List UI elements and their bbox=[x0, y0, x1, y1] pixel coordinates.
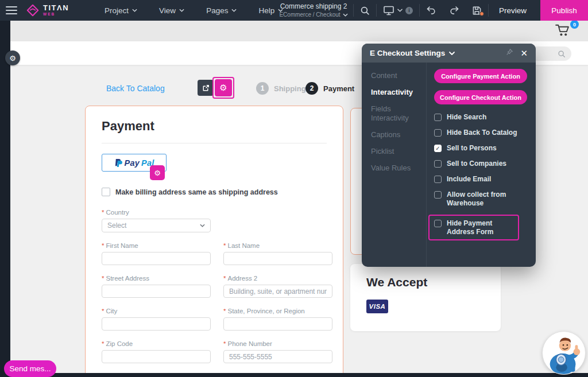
checkbox-hide-back-to-catalog[interactable]: Hide Back To Catalog bbox=[434, 129, 536, 137]
checkbox-hide-payment-address-form[interactable]: Hide Payment Address Form bbox=[434, 219, 513, 236]
cart-icon bbox=[555, 22, 570, 37]
menu-label: Project bbox=[105, 6, 129, 15]
menu-label: View bbox=[159, 6, 176, 15]
checkbox-sell-to-companies[interactable]: Sell to Companies bbox=[434, 160, 536, 168]
tab-picklist[interactable]: Picklist bbox=[371, 147, 421, 156]
last-name-input[interactable] bbox=[223, 252, 332, 265]
tab-fields-interactivity[interactable]: Fields Interactivity bbox=[371, 104, 421, 123]
we-accept-title: We Accept bbox=[366, 275, 485, 289]
titan-diamond-icon bbox=[26, 4, 39, 17]
open-element-button[interactable] bbox=[198, 80, 214, 96]
chevron-down-icon bbox=[200, 224, 205, 227]
chevron-down-icon bbox=[132, 9, 137, 12]
panel-body: Content Interactivity Fields Interactivi… bbox=[362, 63, 536, 267]
paypal-icon bbox=[114, 158, 123, 168]
checkbox-label: Hide Back To Catalog bbox=[447, 129, 518, 137]
checkbox-label: Include Email bbox=[447, 175, 518, 184]
device-preview-selector[interactable]: i bbox=[377, 0, 419, 21]
settings-button-highlight: ⚙ bbox=[212, 77, 234, 99]
close-icon[interactable]: ✕ bbox=[520, 49, 528, 57]
chat-launcher-button[interactable]: Send mes... bbox=[4, 360, 56, 377]
tab-content[interactable]: Content bbox=[371, 71, 421, 80]
mascot-illustration bbox=[543, 332, 585, 374]
field-label: Country bbox=[106, 209, 129, 216]
gear-icon: ⚙ bbox=[154, 169, 161, 177]
checkbox-sell-to-persons[interactable]: ✓ Sell to Persons bbox=[434, 144, 536, 153]
mascot-avatar[interactable] bbox=[542, 331, 586, 375]
pin-panel-button[interactable] bbox=[505, 48, 513, 59]
undo-icon bbox=[426, 6, 436, 15]
element-settings-button[interactable]: ⚙ bbox=[215, 79, 232, 96]
field-label: Phone Number bbox=[227, 340, 272, 347]
checkbox-label: Allow collect from Warehouse bbox=[447, 191, 518, 208]
step-payment[interactable]: 2 Payment bbox=[305, 82, 354, 95]
tab-interactivity[interactable]: Interactivity bbox=[371, 88, 421, 97]
checkbox-allow-collect-warehouse[interactable]: Allow collect from Warehouse bbox=[434, 191, 536, 208]
search-icon[interactable] bbox=[354, 0, 376, 21]
page-settings-button[interactable]: ⚙ bbox=[5, 50, 20, 65]
phone-number-input[interactable] bbox=[223, 350, 332, 363]
state-region-input[interactable] bbox=[223, 317, 332, 331]
checkbox-label: Make billing address same as shipping ad… bbox=[115, 188, 278, 196]
editor-canvas: 0 Back To Catalog ⚙ 1 Shipping 2 Payment… bbox=[10, 21, 588, 373]
billing-same-checkbox-row[interactable]: Make billing address same as shipping ad… bbox=[102, 188, 327, 196]
configure-checkout-action-button[interactable]: Configure Checkout Action bbox=[434, 90, 527, 104]
checkbox-icon[interactable] bbox=[434, 114, 442, 121]
redo-button[interactable] bbox=[443, 0, 466, 21]
panel-header[interactable]: E Checkout Settings ✕ bbox=[362, 44, 536, 63]
street-address-input[interactable] bbox=[102, 285, 211, 298]
logo-subtitle: WEB bbox=[43, 13, 69, 17]
paypal-settings-button[interactable]: ⚙ bbox=[150, 165, 165, 180]
page-top-band bbox=[10, 21, 588, 41]
checkbox-icon[interactable] bbox=[434, 160, 442, 168]
checkbox-include-email[interactable]: Include Email bbox=[434, 175, 536, 184]
checkbox-icon[interactable] bbox=[434, 191, 442, 199]
checkbox-icon[interactable] bbox=[102, 188, 110, 196]
logo-title: TITΛN bbox=[43, 4, 69, 11]
chevron-down-icon bbox=[397, 9, 403, 12]
menu-project[interactable]: Project bbox=[105, 6, 137, 15]
pin-icon bbox=[505, 48, 513, 56]
cart-button[interactable]: 0 bbox=[555, 22, 578, 40]
field-label: City bbox=[106, 308, 117, 314]
checkbox-label: Sell to Persons bbox=[447, 144, 518, 153]
zip-code-input[interactable] bbox=[102, 350, 211, 363]
first-name-input[interactable] bbox=[102, 252, 211, 265]
checkbox-icon[interactable] bbox=[434, 220, 442, 227]
undo-button[interactable] bbox=[420, 0, 443, 21]
country-select[interactable]: Select bbox=[102, 219, 211, 232]
menu-view[interactable]: View bbox=[159, 6, 184, 15]
configure-payment-action-button[interactable]: Configure Payment Action bbox=[434, 69, 527, 83]
panel-pane: Configure Payment Action Configure Check… bbox=[427, 63, 536, 267]
checkout-settings-panel: E Checkout Settings ✕ Content Interactiv… bbox=[362, 44, 536, 267]
checkbox-checked-icon[interactable]: ✓ bbox=[434, 145, 442, 152]
back-to-catalog-link[interactable]: Back To Catalog bbox=[106, 84, 165, 93]
monitor-icon bbox=[383, 5, 394, 15]
field-country: *Country Select bbox=[102, 209, 211, 232]
chevron-down-icon bbox=[179, 9, 184, 12]
field-zip-code: *Zip Code bbox=[102, 340, 211, 363]
step-number: 2 bbox=[305, 82, 318, 95]
checkbox-icon[interactable] bbox=[434, 129, 442, 137]
paypal-wordmark: Pay bbox=[125, 158, 140, 168]
required-asterisk: * bbox=[102, 308, 104, 314]
titan-logo[interactable]: TITΛN WEB bbox=[26, 4, 69, 17]
gear-icon: ⚙ bbox=[9, 54, 16, 63]
address-2-input[interactable] bbox=[223, 285, 332, 298]
publish-button[interactable]: Publish bbox=[540, 0, 588, 21]
chevron-down-icon bbox=[231, 9, 237, 12]
cart-count-badge: 0 bbox=[570, 21, 579, 29]
menu-pages[interactable]: Pages bbox=[206, 6, 237, 15]
we-accept-card: We Accept VISA bbox=[350, 264, 501, 331]
step-shipping[interactable]: 1 Shipping bbox=[256, 82, 306, 95]
checkbox-icon[interactable] bbox=[434, 176, 442, 183]
info-badge: i bbox=[405, 7, 413, 14]
tab-value-rules[interactable]: Value Rules bbox=[371, 164, 421, 173]
save-button[interactable] bbox=[466, 0, 488, 21]
hamburger-menu-icon[interactable] bbox=[6, 6, 17, 14]
preview-button[interactable]: Preview bbox=[489, 6, 540, 15]
city-input[interactable] bbox=[102, 317, 211, 331]
tab-captions[interactable]: Captions bbox=[371, 130, 421, 139]
checkbox-hide-search[interactable]: Hide Search bbox=[434, 113, 536, 122]
field-street-address: *Street Address bbox=[102, 275, 211, 298]
